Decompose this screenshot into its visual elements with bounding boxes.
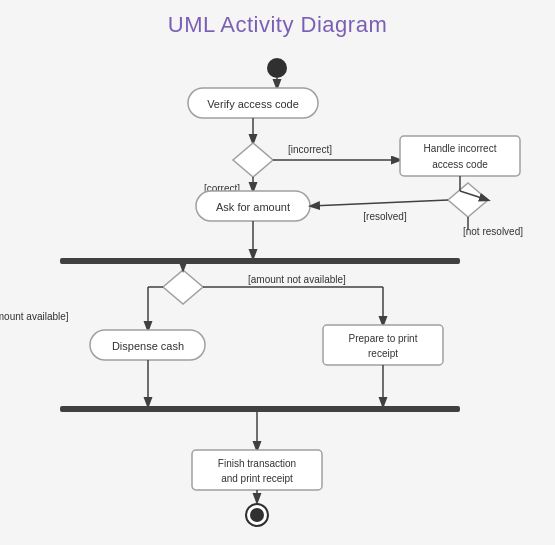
verify-label: Verify access code [207,98,299,110]
ask-amount-label: Ask for amount [216,201,290,213]
join-bar-bottom [60,406,460,412]
handle-incorrect-label2: access code [432,159,488,170]
finish-node [192,450,322,490]
decision3-node [163,270,203,304]
print-prep-label1: Prepare to print [349,333,418,344]
fork-bar-top [60,258,460,264]
label-not-resolved: [not resolved] [463,226,523,237]
dispense-label: Dispense cash [112,340,184,352]
label-incorrect: [incorrect] [288,144,332,155]
uml-svg: Verify access code [incorrect] Handle in… [0,0,555,545]
print-prep-node [323,325,443,365]
label-amount-not-available: [amount not available] [248,274,346,285]
handle-incorrect-label1: Handle incorrect [424,143,497,154]
arrow-resolved [311,200,448,206]
decision2-node [448,183,488,217]
print-prep-label2: receipt [368,348,398,359]
decision1-node [233,143,273,177]
handle-incorrect-node [400,136,520,176]
finish-label2: and print receipt [221,473,293,484]
end-node-inner [250,508,264,522]
finish-label1: Finish transaction [218,458,296,469]
label-resolved: [resolved] [363,211,407,222]
label-amount-available: [amount available] [0,311,69,322]
start-node [267,58,287,78]
diagram-container: UML Activity Diagram Verify access code … [0,0,555,545]
